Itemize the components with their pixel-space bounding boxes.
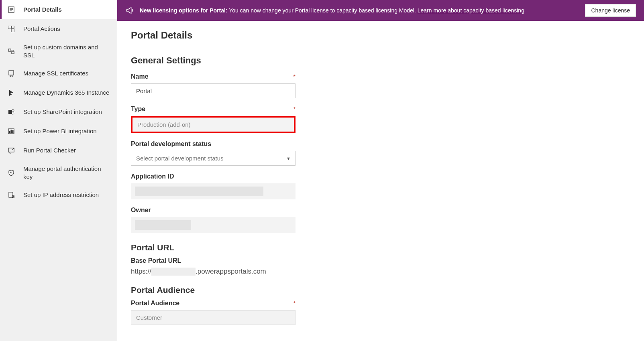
url-prefix: https:// (131, 268, 151, 276)
dynamics-icon (7, 89, 15, 97)
content: Portal Details General Settings Name * T… (117, 21, 644, 341)
page-title: Portal Details (131, 30, 630, 41)
svg-rect-4 (8, 26, 11, 29)
sidebar-item-label: Set up custom domains and SSL (23, 43, 110, 59)
sidebar-item-label: Manage SSL certificates (23, 69, 88, 77)
sidebar-item-label: Portal Actions (23, 25, 60, 33)
sidebar-item-portal-actions[interactable]: Portal Actions (0, 19, 117, 39)
sidebar-item-portal-details[interactable]: Portal Details (0, 0, 117, 19)
audience-field: Portal Audience * (131, 300, 296, 325)
sidebar-item-label: Set up SharePoint integration (23, 108, 102, 116)
owner-label: Owner (131, 207, 151, 214)
globe-link-icon (7, 47, 15, 55)
audience-label: Portal Audience (131, 300, 179, 307)
sidebar-item-label: Set up Power BI integration (23, 127, 97, 135)
sharepoint-icon (7, 108, 15, 116)
owner-field: Owner (131, 207, 296, 233)
sidebar-item-custom-domains[interactable]: Set up custom domains and SSL (0, 39, 117, 64)
svg-rect-16 (12, 130, 13, 133)
megaphone-icon (125, 6, 134, 15)
url-redacted (151, 268, 196, 276)
required-marker: * (293, 300, 296, 306)
shield-key-icon (7, 169, 15, 177)
base-url-label: Base Portal URL (131, 257, 181, 264)
base-url-value: https:// .powerappsportals.com (131, 268, 296, 276)
svg-rect-7 (8, 49, 11, 51)
name-input[interactable] (131, 83, 296, 98)
certificate-icon (7, 69, 15, 77)
sidebar-item-label: Run Portal Checker (23, 146, 76, 154)
sidebar-item-ssl-certificates[interactable]: Manage SSL certificates (0, 64, 117, 83)
name-label: Name (131, 73, 149, 80)
svg-rect-5 (11, 29, 14, 32)
sidebar-item-powerbi[interactable]: Set up Power BI integration (0, 122, 117, 141)
sidebar-item-portal-checker[interactable]: Run Portal Checker (0, 141, 117, 160)
required-marker: * (293, 73, 296, 80)
app-root: Portal Details Portal Actions Set up cus… (0, 0, 644, 341)
sidebar-item-auth-key[interactable]: Manage portal authentication key (0, 160, 117, 185)
required-marker: * (293, 106, 296, 112)
base-url-field: Base Portal URL https:// .powerappsporta… (131, 257, 296, 276)
banner-bold: New licensing options for Portal: (140, 7, 228, 14)
sidebar-item-label: Set up IP address restriction (23, 191, 99, 199)
url-suffix: .powerappsportals.com (196, 268, 266, 276)
svg-rect-8 (12, 51, 14, 54)
svg-rect-14 (9, 131, 10, 133)
application-id-label: Application ID (131, 173, 174, 180)
checker-icon (7, 146, 15, 154)
type-label: Type (131, 106, 145, 113)
actions-icon (7, 25, 15, 33)
svg-rect-15 (11, 130, 12, 133)
application-id-field: Application ID (131, 173, 296, 199)
sidebar: Portal Details Portal Actions Set up cus… (0, 0, 117, 341)
owner-value (131, 217, 296, 233)
main: New licensing options for Portal: You ca… (117, 0, 644, 341)
change-license-button[interactable]: Change license (585, 4, 636, 17)
sidebar-item-dynamics-instance[interactable]: Manage Dynamics 365 Instance (0, 83, 117, 102)
licensing-banner: New licensing options for Portal: You ca… (117, 0, 644, 21)
name-field: Name * (131, 73, 296, 98)
type-input (131, 116, 296, 133)
details-icon (7, 6, 15, 14)
banner-text: New licensing options for Portal: You ca… (140, 7, 579, 14)
powerbi-icon (7, 127, 15, 135)
dev-status-label: Portal development status (131, 140, 211, 148)
general-settings-heading: General Settings (131, 55, 630, 66)
sidebar-item-label: Manage portal authentication key (23, 165, 110, 181)
portal-url-heading: Portal URL (131, 243, 630, 252)
type-field: Type * (131, 106, 296, 133)
sidebar-item-sharepoint[interactable]: Set up SharePoint integration (0, 102, 117, 122)
sidebar-item-label: Manage Dynamics 365 Instance (23, 89, 109, 97)
portal-audience-heading: Portal Audience (131, 285, 630, 295)
svg-point-18 (11, 172, 12, 173)
dev-status-select[interactable]: Select portal development status (131, 151, 296, 166)
ip-restriction-icon (7, 191, 15, 199)
audience-input (131, 310, 296, 325)
svg-rect-9 (9, 71, 14, 75)
banner-link[interactable]: Learn more about capacity based licensin… (418, 7, 524, 14)
sidebar-item-ip-restriction[interactable]: Set up IP address restriction (0, 185, 117, 205)
svg-rect-6 (12, 26, 14, 28)
application-id-value (131, 183, 296, 199)
dev-status-field: Portal development status Select portal … (131, 140, 296, 166)
sidebar-item-label: Portal Details (23, 6, 62, 14)
banner-body: You can now change your Portal license t… (228, 7, 418, 14)
